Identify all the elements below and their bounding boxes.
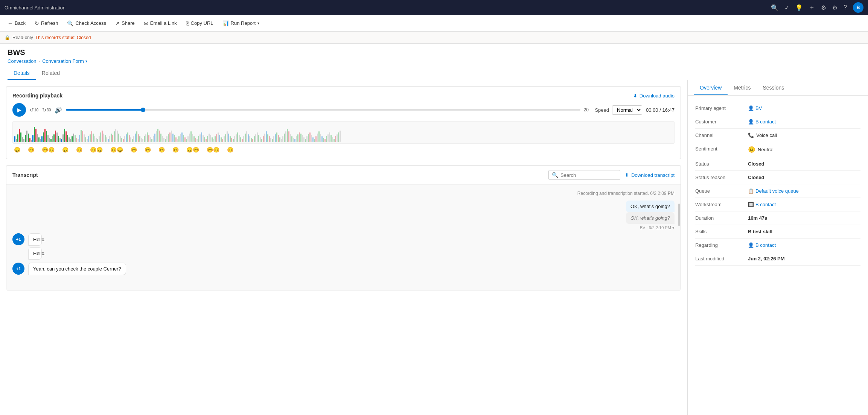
field-channel: Channel 📞 Voice call xyxy=(695,129,860,142)
status-reason-label: Status reason xyxy=(695,175,748,180)
play-button[interactable]: ▶ xyxy=(12,103,26,117)
email-icon: ✉ xyxy=(144,20,148,26)
tab-metrics[interactable]: Metrics xyxy=(728,80,757,95)
tab-sessions[interactable]: Sessions xyxy=(757,80,790,95)
customer-bubble-wrapper-1: Hello. Hello. xyxy=(28,233,50,260)
download-transcript-button[interactable]: ⬇ Download transcript xyxy=(625,172,675,178)
skip-back-button[interactable]: ↺10 xyxy=(30,107,38,113)
search-icon: 🔍 xyxy=(552,172,558,178)
page-tabs: Details Related xyxy=(8,67,860,80)
audio-player: ▶ ↺10 ↻30 🔊 20 Speed xyxy=(12,103,675,117)
duration-value: 16m 47s xyxy=(748,215,860,221)
regarding-value[interactable]: 👤 B contact xyxy=(748,242,860,248)
queue-label: Queue xyxy=(695,188,748,194)
status-reason-value: Closed xyxy=(748,175,860,180)
scroll-indicator xyxy=(678,204,680,226)
run-report-button[interactable]: 📊 Run Report ▾ xyxy=(219,18,263,28)
sentiment-icon: 😐 xyxy=(748,146,755,153)
report-icon: 📊 xyxy=(222,20,229,26)
settings-icon[interactable]: ⚙ xyxy=(832,4,838,11)
field-duration: Duration 16m 47s xyxy=(695,211,860,225)
breadcrumb-parent[interactable]: Conversation xyxy=(8,58,37,64)
tab-related[interactable]: Related xyxy=(36,67,66,80)
customer-person-icon: 👤 xyxy=(748,119,754,125)
customer-message-2: +1 Yeah, can you check the couple Cerner… xyxy=(12,263,675,275)
emotion-icon-2: 😊 xyxy=(28,147,34,153)
emotion-icon-9: 😊 xyxy=(145,147,151,153)
phone-icon: 📞 xyxy=(748,132,754,138)
share-button[interactable]: ↗ Share xyxy=(111,18,139,28)
sentiment-label: Sentiment xyxy=(695,146,748,152)
waveform-container[interactable] xyxy=(12,121,675,144)
customer-value[interactable]: 👤 B contact xyxy=(748,119,860,125)
speed-label: Speed xyxy=(595,107,609,113)
volume-button[interactable]: 🔊 xyxy=(55,106,62,114)
main-content: Recording playback ⬇ Download audio ▶ ↺1… xyxy=(0,80,868,415)
download-audio-button[interactable]: ⬇ Download audio xyxy=(633,93,675,99)
emotion-icon-12: 😞😊 xyxy=(186,147,199,153)
back-button[interactable]: ← Back xyxy=(4,18,29,28)
breadcrumb: Conversation · Conversation Form ▾ xyxy=(8,58,860,64)
tab-details[interactable]: Details xyxy=(8,67,36,80)
refresh-icon: ↻ xyxy=(35,20,39,26)
plus-icon[interactable]: ＋ xyxy=(809,4,815,12)
tab-overview[interactable]: Overview xyxy=(694,80,728,95)
customer-avatar-2: +1 xyxy=(12,263,24,275)
status-value: Closed xyxy=(748,161,860,167)
skip-forward-button[interactable]: ↻30 xyxy=(42,107,51,113)
help-icon[interactable]: ? xyxy=(844,4,847,11)
page-title: BWS xyxy=(8,48,860,57)
skills-value: B test skill xyxy=(748,229,860,234)
left-panel: Recording playback ⬇ Download audio ▶ ↺1… xyxy=(0,80,687,415)
emotion-icon-7: 😊😞 xyxy=(110,147,123,153)
emotion-icon-3: 😊😊 xyxy=(42,147,55,153)
toolbar: ← Back ↻ Refresh 🔍 Check Access ↗ Share … xyxy=(0,15,868,32)
check-access-button[interactable]: 🔍 Check Access xyxy=(63,18,110,28)
queue-value[interactable]: 📋 Default voice queue xyxy=(748,188,860,194)
nav-icons: 🔍 ✓ 💡 ＋ ⚙ ⚙ ? B xyxy=(771,2,863,13)
filter-icon[interactable]: ⚙ xyxy=(821,4,826,11)
user-avatar[interactable]: B xyxy=(853,2,863,13)
email-link-button[interactable]: ✉ Email a Link xyxy=(140,18,181,28)
transcript-search-input[interactable] xyxy=(560,172,617,178)
status-label: Status xyxy=(695,161,748,167)
progress-thumb[interactable] xyxy=(141,108,145,112)
regarding-label: Regarding xyxy=(695,242,748,248)
readonly-banner: 🔒 Read-only This record's status: Closed xyxy=(0,32,868,44)
customer-bubble-2: Yeah, can you check the couple Cerner? xyxy=(28,263,126,275)
page-header: BWS Conversation · Conversation Form ▾ D… xyxy=(0,44,868,80)
emotion-icon-5: 😊 xyxy=(76,147,82,153)
emotion-icon-8: 😊 xyxy=(131,147,137,153)
time-display: 00:00 / 16:47 xyxy=(646,107,675,113)
dropdown-chevron-icon: ▾ xyxy=(257,21,259,25)
right-panel-content: Primary agent 👤 BV Customer 👤 B contact … xyxy=(688,96,868,272)
agent-message-1: OK, what's going? OK, what's going? BV ·… xyxy=(12,201,675,230)
emotion-icon-4: 😞 xyxy=(62,147,69,153)
transcript-search-container[interactable]: 🔍 xyxy=(548,170,620,180)
progress-bar[interactable] xyxy=(66,109,580,111)
search-icon[interactable]: 🔍 xyxy=(771,4,778,11)
speed-select[interactable]: Normal 0.5x 1.5x 2x xyxy=(612,105,642,115)
transcript-section: Transcript 🔍 ⬇ Download transcript Recor… xyxy=(6,165,681,290)
check-icon[interactable]: ✓ xyxy=(784,4,789,11)
refresh-button[interactable]: ↻ Refresh xyxy=(31,18,62,28)
breadcrumb-current[interactable]: Conversation Form ▾ xyxy=(42,58,87,64)
workstream-value[interactable]: 🔲 B contact xyxy=(748,202,860,207)
counter-label: 20 xyxy=(583,107,591,112)
transcript-title: Transcript xyxy=(12,172,38,178)
field-status-reason: Status reason Closed xyxy=(695,171,860,184)
transcript-start-note: Recording and transcription started. 6/2… xyxy=(12,191,675,196)
progress-container: 20 xyxy=(66,107,591,112)
channel-label: Channel xyxy=(695,132,748,138)
customer-message-1: +1 Hello. Hello. xyxy=(12,233,675,260)
lightbulb-icon[interactable]: 💡 xyxy=(795,4,803,11)
emotion-row: 😞 😊 😊😊 😞 😊 😊😞 😊😞 😊 😊 😊 😊 😞😊 😊😊 😊 xyxy=(12,147,675,153)
skip-back-icon: ↺ xyxy=(30,107,34,113)
customer-bubble-1b: Hello. xyxy=(28,247,42,260)
skills-label: Skills xyxy=(695,229,748,234)
agent-bubble-1: OK, what's going? xyxy=(626,201,675,212)
right-panel-tabs: Overview Metrics Sessions xyxy=(688,80,868,96)
copy-url-button[interactable]: ⎘ Copy URL xyxy=(182,18,217,28)
workstream-icon: 🔲 xyxy=(748,202,754,207)
primary-agent-value[interactable]: 👤 BV xyxy=(748,105,860,111)
